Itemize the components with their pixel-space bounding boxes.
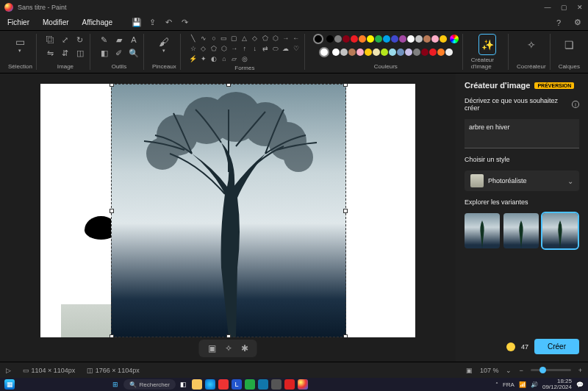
selection-tool[interactable]: ▭▾: [11, 34, 29, 56]
color-swatch[interactable]: [348, 49, 356, 56]
color-swatch[interactable]: [334, 35, 342, 43]
color-swatch[interactable]: [423, 35, 431, 43]
zoom-slider[interactable]: [531, 369, 571, 371]
menu-view[interactable]: Affichage: [79, 16, 116, 29]
color-swatch[interactable]: [343, 35, 350, 43]
app-icon-4[interactable]: [258, 379, 268, 390]
color-swatch[interactable]: [326, 35, 334, 43]
secondary-color[interactable]: [319, 47, 329, 57]
color-swatch[interactable]: [373, 49, 380, 56]
maximize-button[interactable]: ▢: [560, 4, 567, 11]
paint-taskbar-icon[interactable]: [298, 379, 308, 390]
pencil-icon[interactable]: ✎: [98, 34, 110, 46]
app-icon-5[interactable]: [271, 379, 282, 390]
widgets-icon[interactable]: ▦: [4, 379, 15, 390]
style-select[interactable]: Photoréaliste ⌄: [465, 171, 579, 191]
app-icon-6[interactable]: [284, 379, 295, 390]
magnifier-icon[interactable]: 🔍: [128, 47, 140, 59]
info-icon[interactable]: i: [572, 101, 579, 108]
close-button[interactable]: ✕: [576, 4, 584, 11]
fit-to-window-icon[interactable]: ▣: [466, 367, 473, 374]
color-picker-icon[interactable]: [450, 35, 459, 43]
color-swatch[interactable]: [391, 35, 398, 43]
primary-color[interactable]: [313, 34, 323, 44]
brush-tool[interactable]: 🖌▾: [155, 34, 173, 56]
color-swatch[interactable]: [389, 49, 396, 56]
generated-image[interactable]: [111, 84, 346, 337]
start-icon[interactable]: ⊞: [110, 379, 121, 390]
create-button[interactable]: Créer: [534, 339, 579, 354]
color-swatch[interactable]: [381, 49, 388, 56]
color-swatch[interactable]: [445, 49, 453, 56]
color-swatch[interactable]: [431, 35, 439, 43]
color-swatch[interactable]: [397, 49, 404, 56]
resize-icon[interactable]: ⤢: [60, 34, 71, 46]
shapes-grid[interactable]: ╲∿○▭▢△◇⬠⬡→← ☆◇⬠⬡→↑↓⇄⬭☁♡ ⚡✦◐⌂▱◎: [189, 34, 301, 63]
text-icon[interactable]: A: [128, 34, 140, 46]
fill-icon[interactable]: ▰: [113, 34, 125, 46]
tray-chevron-icon[interactable]: ˄: [495, 381, 498, 388]
variant-3[interactable]: [542, 213, 578, 248]
color-swatch[interactable]: [413, 49, 420, 56]
cocreator-button[interactable]: ✧: [523, 34, 540, 56]
color-swatch[interactable]: [405, 49, 412, 56]
picker-icon[interactable]: ✐: [113, 47, 125, 59]
tray-lang[interactable]: FRA: [503, 381, 514, 388]
app-icon-1[interactable]: [218, 379, 229, 390]
canvas[interactable]: [40, 84, 415, 337]
help-icon[interactable]: ?: [553, 17, 564, 29]
blur-background-icon[interactable]: ✱: [241, 343, 248, 354]
chevron-down-icon[interactable]: ⌄: [506, 367, 512, 374]
color-swatch[interactable]: [359, 35, 366, 43]
color-palette[interactable]: [326, 35, 447, 43]
crop-icon[interactable]: ⿻: [45, 34, 57, 46]
layers-button[interactable]: ❏: [560, 34, 578, 56]
undo-icon[interactable]: ↶: [164, 18, 173, 27]
task-view-icon[interactable]: ◧: [179, 379, 189, 390]
color-swatch[interactable]: [375, 35, 382, 43]
variant-1[interactable]: [465, 213, 500, 248]
color-swatch[interactable]: [421, 49, 429, 56]
app-icon-3[interactable]: [245, 379, 255, 390]
taskbar-search[interactable]: 🔍 Rechercher: [123, 379, 176, 390]
color-swatch[interactable]: [365, 49, 372, 56]
menu-edit[interactable]: Modifier: [40, 16, 72, 29]
taskbar-clock[interactable]: 18:25 09/12/2024: [542, 379, 572, 390]
eraser-icon[interactable]: ◧: [98, 47, 110, 59]
color-swatch[interactable]: [367, 35, 374, 43]
settings-icon[interactable]: ⚙: [572, 17, 584, 29]
zoom-out-icon[interactable]: −: [519, 367, 523, 374]
color-swatch[interactable]: [383, 35, 390, 43]
color-swatch[interactable]: [407, 35, 415, 43]
color-swatch[interactable]: [351, 35, 358, 43]
color-swatch[interactable]: [429, 49, 437, 56]
prompt-input[interactable]: arbre en hiver: [465, 119, 579, 148]
edge-icon[interactable]: [205, 379, 215, 390]
share-icon[interactable]: ⇪: [148, 18, 157, 27]
generative-erase-icon[interactable]: ▣: [208, 343, 216, 354]
minimize-button[interactable]: —: [544, 4, 551, 11]
rotate-icon[interactable]: ↻: [74, 34, 86, 46]
notifications-icon[interactable]: 💬: [576, 381, 584, 388]
color-palette-2[interactable]: [332, 49, 453, 56]
color-swatch[interactable]: [415, 35, 423, 43]
flip-h-icon[interactable]: ⇋: [45, 47, 57, 59]
remove-background-icon[interactable]: ✧: [225, 343, 232, 354]
app-icon-2[interactable]: L: [232, 379, 242, 390]
save-icon[interactable]: 💾: [132, 18, 140, 27]
tray-volume-icon[interactable]: 🔊: [531, 381, 538, 388]
menu-file[interactable]: Fichier: [4, 16, 32, 29]
remove-bg-icon[interactable]: ◫: [74, 47, 86, 59]
color-swatch[interactable]: [399, 35, 406, 43]
tray-wifi-icon[interactable]: 📶: [519, 381, 526, 388]
flip-v-icon[interactable]: ⇵: [60, 47, 71, 59]
zoom-in-icon[interactable]: +: [578, 367, 582, 374]
color-swatch[interactable]: [356, 49, 364, 56]
color-swatch[interactable]: [440, 35, 447, 43]
image-creator-button[interactable]: ✨: [478, 34, 496, 55]
explorer-icon[interactable]: [192, 379, 202, 390]
color-swatch[interactable]: [340, 49, 348, 56]
canvas-zone[interactable]: ▣ ✧ ✱: [0, 73, 456, 362]
color-swatch[interactable]: [332, 49, 340, 56]
variant-2[interactable]: [503, 213, 539, 248]
